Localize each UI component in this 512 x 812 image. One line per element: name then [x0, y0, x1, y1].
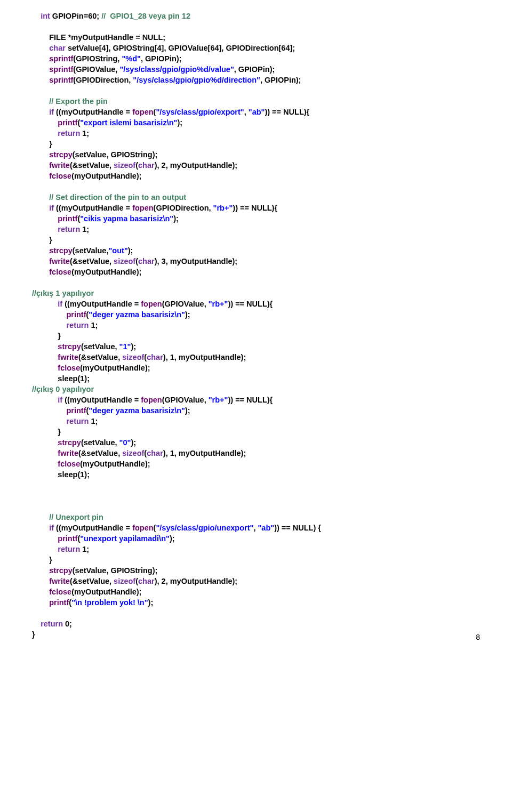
fn-strcpy: strcpy: [58, 438, 81, 447]
code-text: 1;: [89, 417, 98, 425]
string-lit: "1": [119, 342, 131, 351]
code-text: (setValue,: [81, 438, 119, 447]
fn-printf: printf: [58, 534, 77, 543]
code-text: );: [173, 214, 179, 223]
code-text: ), 1, myOutputHandle);: [163, 353, 246, 361]
code-text: [32, 353, 58, 361]
string-lit: "out": [108, 246, 127, 255]
kw-int: int: [41, 12, 50, 20]
code-text: [32, 257, 49, 266]
string-lit: "0": [119, 438, 131, 447]
comment: // Set direction of the pin to an output: [49, 193, 186, 202]
code-text: (myOutputHandle);: [80, 364, 150, 372]
code-text: [32, 76, 49, 84]
page-number: 8: [476, 632, 480, 642]
code-text: sleep(1);: [32, 470, 90, 479]
kw-if: if: [49, 108, 54, 116]
code-text: , GPIOPin);: [141, 54, 182, 63]
code-text: [32, 534, 58, 543]
string-lit: "cikis yapma basarisiz\n": [80, 214, 173, 223]
fn-fwrite: fwrite: [58, 353, 78, 361]
code-text: ((myOutputHandle =: [54, 108, 132, 116]
code-text: [32, 129, 58, 138]
code-text: [32, 406, 66, 415]
code-text: [32, 364, 58, 372]
fn-fclose: fclose: [49, 588, 71, 596]
code-text: [32, 65, 49, 74]
fn-printf: printf: [58, 118, 77, 127]
string-lit: "/sys/class/gpio/unexport": [156, 524, 253, 532]
code-text: ), 2, myOutputHandle);: [155, 161, 237, 170]
fn-strcpy: strcpy: [58, 342, 81, 351]
code-text: ((myOutputHandle =: [62, 300, 141, 308]
fn-fopen: fopen: [141, 300, 162, 308]
kw-if: if: [49, 524, 54, 532]
code-text: 1;: [80, 129, 89, 138]
kw-sizeof: sizeof: [114, 257, 135, 266]
code-text: ((myOutputHandle =: [62, 396, 141, 404]
code-text: [32, 513, 49, 521]
code-text: )) == NULL){: [265, 108, 309, 116]
code-page: int GPIOPin=60; // GPIO1_28 veya pin 12 …: [0, 0, 512, 650]
code-text: [32, 588, 49, 596]
code-text: setValue[4], GPIOString[4], GPIOValue[64…: [66, 44, 295, 52]
fn-fwrite: fwrite: [58, 449, 78, 457]
fn-strcpy: strcpy: [49, 246, 73, 255]
code-text: [32, 97, 49, 106]
fn-fopen: fopen: [132, 108, 153, 116]
kw-return: return: [66, 321, 89, 329]
code-text: [32, 300, 58, 308]
string-lit: "\n !problem yok! \n": [71, 598, 148, 607]
code-text: [32, 172, 49, 180]
code-text: ,: [244, 108, 249, 116]
code-text: (setValue, GPIOString);: [73, 150, 158, 159]
code-text: (myOutputHandle);: [71, 172, 141, 180]
code-text: [32, 449, 58, 457]
string-lit: "rb+": [213, 204, 233, 212]
code-text: (&setValue,: [78, 449, 122, 457]
fn-fopen: fopen: [141, 396, 162, 404]
string-lit: "%d": [122, 54, 141, 63]
code-text: [32, 214, 58, 223]
fn-sprintf: sprintf: [49, 65, 73, 74]
comment: // Unexport pin: [49, 513, 103, 521]
code-text: [32, 396, 58, 404]
code-block: int GPIOPin=60; // GPIO1_28 veya pin 12 …: [32, 11, 480, 640]
code-text: );: [185, 406, 190, 415]
fn-fopen: fopen: [132, 524, 153, 532]
kw-sizeof: sizeof: [122, 449, 144, 457]
code-text: (&setValue,: [70, 257, 114, 266]
code-text: }: [32, 140, 52, 148]
kw-char: char: [147, 353, 163, 361]
fn-strcpy: strcpy: [49, 150, 73, 159]
code-text: [32, 577, 49, 585]
code-text: )) == NULL){: [233, 204, 277, 212]
kw-if: if: [58, 300, 62, 308]
comment: //çıkış 1 yapılıyor: [32, 289, 94, 298]
string-lit: "/sys/class/gpio/gpio%d/direction": [133, 76, 260, 84]
code-text: , GPIOPin);: [234, 65, 275, 74]
code-text: [32, 161, 49, 170]
string-lit: "unexport yapilamadi\n": [80, 534, 170, 543]
code-text: sleep(1);: [32, 374, 90, 383]
code-text: [32, 118, 58, 127]
code-text: );: [185, 310, 190, 319]
code-text: (GPIOValue,: [162, 300, 209, 308]
fn-fwrite: fwrite: [49, 577, 70, 585]
code-text: [32, 193, 49, 202]
comment: //çıkış 0 yapılıyor: [32, 385, 94, 393]
string-lit: "deger yazma basarisiz\n": [89, 310, 185, 319]
code-text: }: [32, 428, 61, 436]
kw-char: char: [49, 44, 66, 52]
code-text: [32, 246, 49, 255]
kw-return: return: [58, 129, 80, 138]
kw-if: if: [49, 204, 54, 212]
code-text: (GPIOValue,: [73, 65, 119, 74]
code-text: (myOutputHandle);: [80, 460, 150, 468]
code-text: [32, 460, 58, 468]
kw-char: char: [138, 577, 155, 585]
code-text: [32, 204, 49, 212]
code-text: (&setValue,: [70, 161, 114, 170]
fn-printf: printf: [66, 406, 86, 415]
kw-return: return: [58, 545, 80, 553]
